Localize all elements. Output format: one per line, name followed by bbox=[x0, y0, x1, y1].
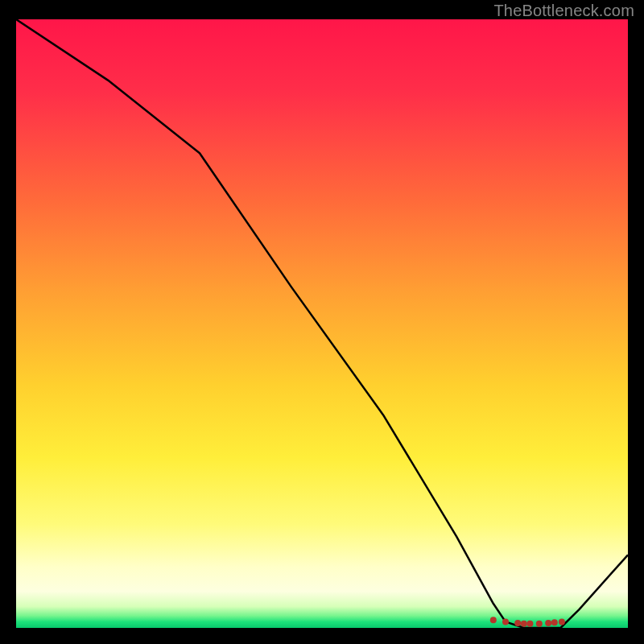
optimal-marker-dot bbox=[559, 618, 565, 625]
optimal-marker-dot bbox=[545, 620, 551, 626]
plot-area bbox=[16, 19, 628, 628]
optimal-marker-dot bbox=[490, 617, 497, 623]
chart-stage: TheBottleneck.com bbox=[0, 0, 644, 644]
optimal-marker-dot bbox=[514, 620, 521, 626]
optimal-marker-dot bbox=[526, 621, 533, 627]
optimal-marker-dot bbox=[502, 618, 509, 625]
optimal-range-markers bbox=[490, 617, 565, 627]
optimal-marker-dot bbox=[521, 621, 527, 627]
optimal-marker-dot bbox=[536, 621, 543, 627]
attribution-text: TheBottleneck.com bbox=[493, 2, 634, 20]
chart-overlay bbox=[16, 19, 628, 628]
optimal-marker-dot bbox=[551, 619, 558, 625]
bottleneck-curve-line bbox=[16, 19, 628, 628]
